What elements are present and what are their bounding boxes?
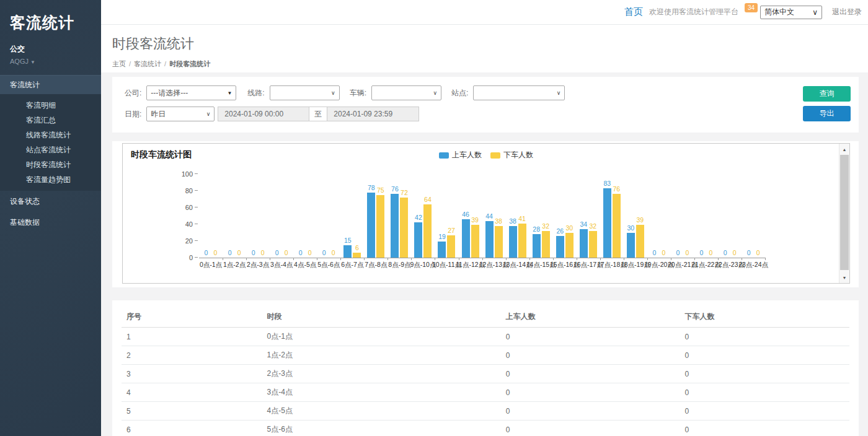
- bar-下车人数[interactable]: 75: [376, 195, 384, 258]
- table-row: 10点-1点00: [122, 328, 849, 346]
- bar-上车人数[interactable]: 78: [367, 193, 375, 258]
- bar-group: 0020点-21点: [671, 175, 694, 258]
- date-preset-select[interactable]: 昨日 ∨: [146, 107, 215, 121]
- breadcrumb-item[interactable]: 时段客流统计: [169, 60, 210, 68]
- station-select[interactable]: ∨: [473, 85, 565, 100]
- top-bar: 首页 欢迎使用客流统计管理平台 34 简体中文 ∨ 退出登录: [101, 0, 868, 25]
- line-label: 线路:: [247, 88, 264, 98]
- query-button[interactable]: 查询: [803, 86, 851, 102]
- bar-下车人数[interactable]: 32: [542, 231, 550, 258]
- bar-上车人数[interactable]: 30: [627, 233, 635, 258]
- table-cell: 4: [122, 383, 262, 402]
- bar-value-label: 0: [275, 249, 279, 256]
- sidebar-item-基础数据[interactable]: 基础数据: [0, 212, 101, 233]
- bar-value-label: 0: [205, 249, 208, 256]
- bar-下车人数[interactable]: 64: [423, 204, 432, 258]
- bar-上车人数[interactable]: 44: [485, 221, 494, 258]
- date-label: 日期:: [125, 109, 141, 120]
- x-axis-label: 3点-4点: [270, 261, 293, 269]
- logout-link[interactable]: 退出登录: [832, 7, 862, 17]
- bar-value-label: 0: [228, 249, 232, 256]
- date-to-input[interactable]: 2024-01-09 23:59: [327, 107, 419, 121]
- bar-上车人数[interactable]: 42: [414, 222, 422, 258]
- y-axis-tickmark: [195, 224, 198, 224]
- breadcrumb-item[interactable]: 主页: [112, 60, 126, 68]
- language-select[interactable]: 简体中文 ∨: [760, 6, 822, 19]
- chart-plot-area: 000点-1点001点-2点002点-3点003点-4点004点-5点005点-…: [199, 175, 765, 258]
- notification-badge[interactable]: 34: [745, 3, 758, 12]
- vehicle-select[interactable]: ∨: [371, 85, 441, 100]
- bar-上车人数[interactable]: 28: [533, 234, 541, 258]
- scrollbar-thumb[interactable]: [840, 155, 849, 270]
- bar-value-label: 0: [308, 249, 312, 256]
- bar-value-label: 26: [556, 227, 564, 235]
- scroll-up-icon[interactable]: ▲: [839, 144, 849, 154]
- y-axis-tick: 20: [185, 237, 193, 245]
- bar-value-label: 28: [533, 225, 540, 233]
- language-value: 简体中文: [764, 7, 794, 17]
- chevron-down-icon: ∨: [433, 90, 437, 96]
- bar-group: 003点-4点: [270, 175, 293, 258]
- bar-下车人数[interactable]: 32: [589, 231, 597, 258]
- sidebar-item-站点客流统计[interactable]: 站点客流统计: [0, 142, 101, 157]
- company-select[interactable]: ---请选择--- ▼: [146, 85, 236, 100]
- scroll-down-icon[interactable]: ▼: [839, 272, 849, 282]
- y-axis-tick: 40: [185, 220, 193, 228]
- sidebar-item-时段客流统计[interactable]: 时段客流统计: [0, 157, 101, 172]
- bar-下车人数[interactable]: 76: [613, 194, 621, 258]
- table-cell: 1: [122, 328, 262, 346]
- bar-group: 1566点-7点: [340, 175, 364, 258]
- bar-value-label: 0: [662, 249, 665, 256]
- bar-上车人数[interactable]: 46: [462, 219, 470, 258]
- home-link[interactable]: 首页: [624, 6, 643, 18]
- bar-上车人数[interactable]: 38: [509, 226, 517, 258]
- org-code-dropdown[interactable]: AQGJ▼: [10, 58, 101, 65]
- bar-下车人数[interactable]: 39: [636, 225, 644, 258]
- legend-item-下车人数[interactable]: 下车人数: [490, 150, 533, 160]
- legend-item-上车人数[interactable]: 上车人数: [439, 150, 482, 160]
- bar-下车人数[interactable]: 30: [565, 233, 574, 258]
- sidebar: 客流统计 公交 AQGJ▼ 客流统计客流明细客流汇总线路客流统计站点客流统计时段…: [0, 0, 101, 436]
- bar-group: 0019点-20点: [647, 175, 671, 258]
- bar-value-label: 75: [377, 186, 384, 194]
- line-select[interactable]: ∨: [270, 85, 340, 100]
- bar-上车人数[interactable]: 26: [556, 236, 564, 258]
- table-header-上车人数: 上车人数: [501, 307, 680, 328]
- table-cell: 6: [122, 421, 262, 436]
- chart-scrollbar[interactable]: ▲ ▼: [839, 144, 849, 283]
- table-cell: 0: [501, 402, 680, 421]
- sidebar-item-设备状态[interactable]: 设备状态: [0, 191, 101, 212]
- table-panel: 序号时段上车人数下车人数 10点-1点0021点-2点0032点-3点0043点…: [112, 300, 859, 436]
- x-axis-label: 6点-7点: [341, 261, 363, 269]
- bar-下车人数[interactable]: 41: [518, 224, 526, 258]
- bar-下车人数[interactable]: 39: [471, 225, 479, 258]
- table-cell: 3: [122, 365, 262, 383]
- sidebar-item-客流汇总[interactable]: 客流汇总: [0, 113, 101, 128]
- bar-下车人数[interactable]: 27: [447, 235, 455, 258]
- export-button[interactable]: 导出: [803, 106, 851, 121]
- bar-value-label: 0: [686, 249, 689, 256]
- vehicle-label: 车辆:: [350, 88, 366, 98]
- sidebar-item-客流明细[interactable]: 客流明细: [0, 98, 101, 113]
- bar-上车人数[interactable]: 34: [580, 229, 588, 258]
- breadcrumb-item[interactable]: 客流统计: [134, 60, 161, 68]
- sidebar-item-线路客流统计[interactable]: 线路客流统计: [0, 128, 101, 142]
- sidebar-item-客流量趋势图[interactable]: 客流量趋势图: [0, 172, 101, 187]
- bar-group: 78757点-8点: [364, 175, 388, 258]
- date-range-separator: 至: [309, 107, 327, 121]
- bar-value-label: 0: [332, 249, 335, 256]
- sidebar-section-客流统计[interactable]: 客流统计: [0, 75, 101, 94]
- bar-group: 463911点-12点: [459, 175, 482, 258]
- x-axis-label: 4点-5点: [294, 261, 316, 269]
- table-cell: 3点-4点: [262, 383, 501, 402]
- bar-上车人数[interactable]: 15: [343, 245, 352, 258]
- bar-value-label: 44: [485, 212, 493, 220]
- table-cell: 2点-3点: [262, 365, 501, 383]
- bar-下车人数[interactable]: 38: [495, 226, 503, 258]
- bar-下车人数[interactable]: 72: [400, 198, 408, 258]
- bar-上车人数[interactable]: 19: [438, 242, 446, 258]
- date-from-input[interactable]: 2024-01-09 00:00: [218, 107, 309, 121]
- bar-下车人数[interactable]: 6: [353, 253, 361, 258]
- bar-上车人数[interactable]: 83: [603, 188, 611, 258]
- bar-上车人数[interactable]: 76: [391, 194, 399, 258]
